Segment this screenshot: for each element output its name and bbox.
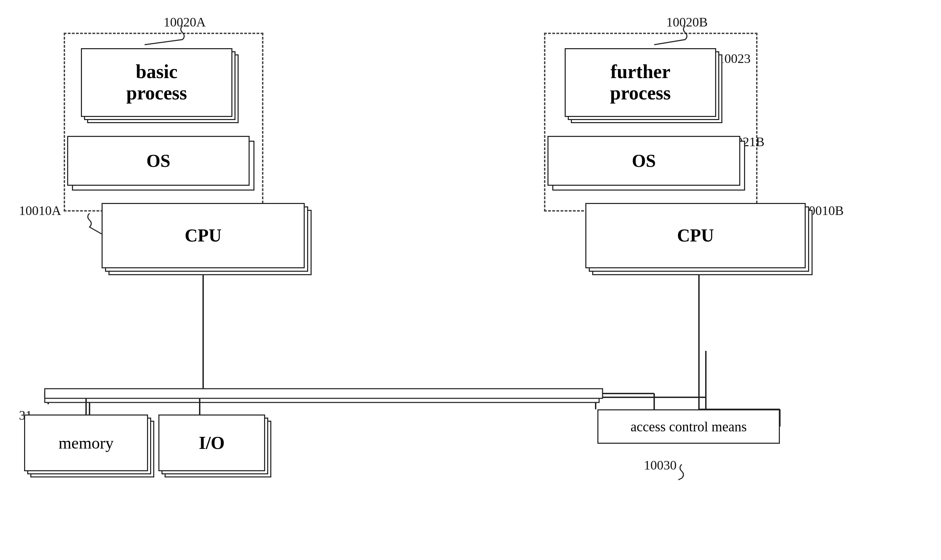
ref-10020b: 10020B bbox=[666, 14, 708, 29]
further-process-box: furtherprocess bbox=[565, 48, 716, 117]
cpu-b-label: CPU bbox=[677, 226, 714, 245]
io-label: I/O bbox=[199, 433, 225, 453]
basic-process-label: basicprocess bbox=[126, 61, 187, 103]
memory-label: memory bbox=[59, 434, 114, 452]
ref-10010a: 10010A bbox=[19, 203, 61, 218]
access-control-box: access control means bbox=[597, 409, 780, 444]
io-box: I/O bbox=[158, 414, 265, 471]
os-b-box: OS bbox=[548, 136, 740, 186]
svg-rect-18 bbox=[45, 389, 603, 398]
access-control-label: access control means bbox=[631, 418, 747, 435]
os-b-label: OS bbox=[632, 151, 656, 171]
ref-10023: 10023 bbox=[718, 51, 751, 66]
cpu-b-box: CPU bbox=[585, 203, 806, 268]
cpu-a-label: CPU bbox=[185, 226, 222, 245]
basic-process-box: basicprocess bbox=[81, 48, 232, 117]
ref-10030: 10030 bbox=[644, 457, 677, 472]
os-a-label: OS bbox=[147, 151, 170, 171]
svg-rect-9 bbox=[45, 392, 599, 403]
os-a-box: OS bbox=[67, 136, 250, 186]
ref-10020a: 10020A bbox=[164, 14, 205, 29]
memory-box: memory bbox=[24, 414, 148, 471]
further-process-label: furtherprocess bbox=[610, 61, 671, 103]
cpu-a-box: CPU bbox=[102, 203, 305, 268]
